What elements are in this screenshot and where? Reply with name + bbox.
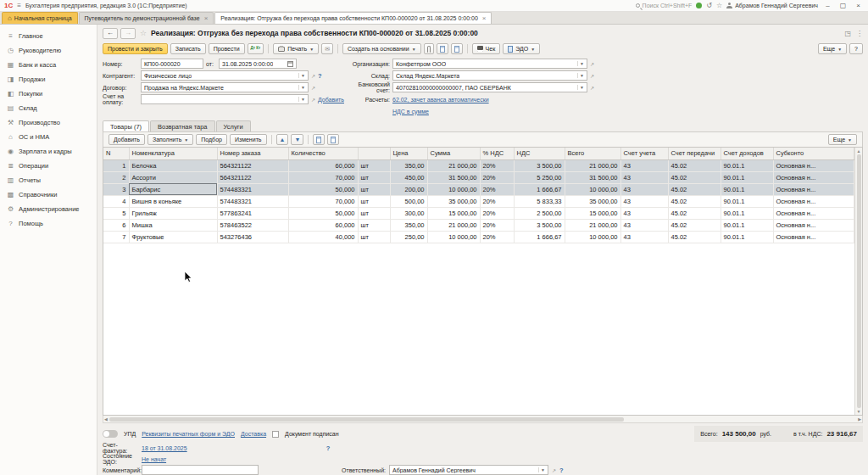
cell-quantity[interactable]: 50,000	[288, 183, 358, 195]
kebab-menu-icon[interactable]: ⋮	[856, 30, 863, 37]
help-button[interactable]: ?	[849, 43, 863, 54]
sidebar-item[interactable]: ? Помощь	[0, 216, 97, 231]
invoice-help-icon[interactable]: ?	[326, 444, 331, 452]
cell-row-number[interactable]: 6	[103, 219, 129, 231]
sidebar-item[interactable]: ▥ Отчеты	[0, 173, 97, 187]
cell-account[interactable]: 43	[620, 159, 668, 171]
attachments-button[interactable]	[424, 43, 434, 54]
header-row-number[interactable]: N	[103, 148, 129, 159]
cell-account[interactable]: 43	[620, 219, 668, 231]
cell-total[interactable]: 10 000,00	[565, 231, 620, 243]
fill-button[interactable]: Заполнить▼	[147, 134, 193, 145]
open-counterparty-icon[interactable]: ↗	[311, 73, 315, 79]
print-forms-requisites-link[interactable]: Реквизиты печатных форм и ЭДО	[142, 431, 235, 437]
header-unit[interactable]	[358, 148, 390, 159]
cell-total[interactable]: 10 000,00	[565, 183, 620, 195]
cell-subconto[interactable]: Основная н...	[773, 207, 854, 219]
chevron-down-icon[interactable]: ▼	[298, 97, 305, 102]
cell-row-number[interactable]: 3	[103, 183, 129, 195]
sidebar-item[interactable]: ≡ Главное	[0, 29, 97, 43]
cell-order-number[interactable]: 574483321	[217, 183, 288, 195]
cell-sum[interactable]: 31 500,00	[427, 171, 480, 183]
cell-vat[interactable]: 3 500,00	[514, 159, 565, 171]
header-sum[interactable]: Сумма	[427, 148, 480, 159]
cell-transfer-account[interactable]: 45.02	[668, 183, 721, 195]
cell-transfer-account[interactable]: 45.02	[668, 171, 721, 183]
cell-income-account[interactable]: 90.01.1	[721, 171, 773, 183]
cell-vat[interactable]: 1 666,67	[514, 183, 565, 195]
edo-state-link[interactable]: Не начат	[142, 456, 166, 462]
maximize-button[interactable]: ▢	[837, 2, 849, 9]
cell-row-number[interactable]: 5	[103, 207, 129, 219]
cell-transfer-account[interactable]: 45.02	[668, 159, 721, 171]
global-search[interactable]: Поиск Ctrl+Shift+F	[636, 3, 693, 8]
cell-price[interactable]: 300,00	[390, 207, 427, 219]
cell-account[interactable]: 43	[620, 183, 668, 195]
header-transfer-account[interactable]: Счет передачи	[668, 148, 721, 159]
table-row[interactable]: 4 Вишня в коньяке 574483321 70,000 шт 50…	[103, 195, 854, 207]
cell-vat[interactable]: 3 500,00	[514, 219, 565, 231]
cell-total[interactable]: 21 000,00	[565, 159, 620, 171]
upd-toggle[interactable]	[103, 430, 118, 438]
counterparty-help-icon[interactable]: ?	[318, 72, 322, 80]
vertical-scrollbar[interactable]: ▲ ▼	[854, 148, 862, 415]
tab-document[interactable]: Реализация: Отгрузка без перехода права …	[214, 12, 492, 24]
add-invoice-link[interactable]: Добавить	[318, 97, 344, 103]
header-nomenclature[interactable]: Номенклатура	[129, 148, 217, 159]
scroll-down-icon[interactable]: ▼	[857, 409, 861, 414]
cell-account[interactable]: 43	[620, 195, 668, 207]
cell-vat[interactable]: 2 500,00	[514, 207, 565, 219]
tab-home[interactable]: ⌂ Начальная страница	[2, 12, 78, 24]
cell-order-number[interactable]: 577863241	[217, 207, 288, 219]
header-quantity[interactable]: Количество	[288, 148, 358, 159]
cell-nomenclature[interactable]: Фруктовые	[129, 231, 217, 243]
cell-sum[interactable]: 21 000,00	[427, 219, 480, 231]
cell-nomenclature[interactable]: Белочка	[129, 159, 217, 171]
cell-subconto[interactable]: Основная н...	[773, 183, 854, 195]
cell-unit[interactable]: шт	[358, 195, 390, 207]
cell-unit[interactable]: шт	[358, 159, 390, 171]
header-subconto[interactable]: Субконто	[773, 148, 854, 159]
close-tab-icon[interactable]: ×	[482, 14, 487, 22]
cell-subconto[interactable]: Основная н...	[773, 159, 854, 171]
cell-row-number[interactable]: 2	[103, 171, 129, 183]
parts-tab[interactable]: Услуги	[216, 120, 251, 131]
cell-income-account[interactable]: 90.01.1	[721, 207, 773, 219]
show-postings-button[interactable]: Дт Кт	[248, 43, 264, 54]
tab-guide[interactable]: Путеводитель по демонстрационной базе ×	[79, 12, 214, 24]
save-button[interactable]: Записать	[170, 43, 206, 54]
minimize-button[interactable]: –	[822, 2, 833, 9]
edo-button[interactable]: ЭДО▼	[503, 43, 540, 54]
number-input[interactable]: КП00-000020	[141, 59, 203, 69]
chevron-down-icon[interactable]: ▼	[298, 85, 305, 90]
table-row[interactable]: 5 Грильяж 577863241 50,000 шт 300,00 15 …	[103, 207, 854, 219]
copy-rows-button[interactable]	[313, 134, 325, 145]
close-button[interactable]: ×	[853, 2, 864, 9]
table-row[interactable]: 6 Мишка 578463522 60,000 шт 350,00 21 00…	[103, 219, 854, 231]
cell-price[interactable]: 350,00	[390, 219, 427, 231]
scroll-right-icon[interactable]: ▶	[858, 416, 861, 422]
header-total[interactable]: Всего	[565, 148, 620, 159]
scroll-up-icon[interactable]: ▲	[857, 148, 861, 154]
table-row[interactable]: 2 Ассорти 564321122 70,000 шт 450,00 31 …	[103, 171, 854, 183]
cell-vat-percent[interactable]: 20%	[480, 159, 514, 171]
cell-unit[interactable]: шт	[358, 219, 390, 231]
horizontal-scroll-thumb[interactable]	[109, 417, 624, 422]
sidebar-item[interactable]: ⚙ Администрирование	[0, 202, 97, 216]
bank-account-input[interactable]: 40702810000000000007, ПАО СБЕРБАНК▼	[392, 82, 587, 92]
forward-button[interactable]: →	[120, 28, 136, 39]
cell-subconto[interactable]: Основная н...	[773, 219, 854, 231]
print-button[interactable]: Печать▼	[273, 43, 319, 54]
parts-tab[interactable]: Товары (7)	[103, 120, 149, 131]
cell-account[interactable]: 43	[620, 231, 668, 243]
sidebar-item[interactable]: ◨ Продажи	[0, 72, 97, 87]
contract-input[interactable]: Продажа на Яндекс.Маркете▼	[141, 82, 309, 92]
cell-vat-percent[interactable]: 20%	[480, 171, 514, 183]
cell-total[interactable]: 15 000,00	[565, 207, 620, 219]
responsible-help-icon[interactable]: ?	[559, 467, 564, 474]
table-row[interactable]: 7 Фруктовые 543276436 40,000 шт 250,00 1…	[103, 231, 854, 243]
sidebar-item[interactable]: ◉ Зарплата и кадры	[0, 144, 97, 159]
cell-vat-percent[interactable]: 20%	[480, 183, 514, 195]
table-row[interactable]: 3 Барбарис 574483321 50,000 шт 200,00 10…	[103, 183, 854, 195]
cell-vat-percent[interactable]: 20%	[480, 195, 514, 207]
